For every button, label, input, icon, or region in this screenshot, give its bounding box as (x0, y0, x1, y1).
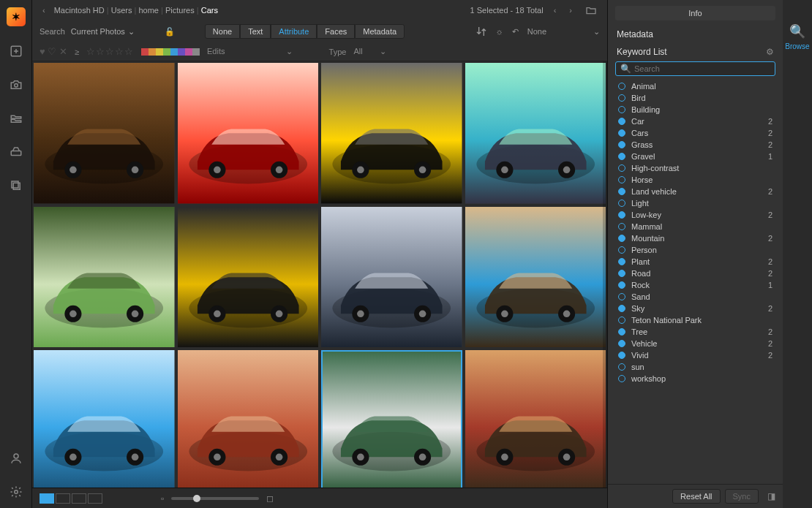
keyword-row[interactable]: Bird (615, 92, 775, 104)
thumbnail[interactable] (321, 63, 462, 204)
lock-icon[interactable]: 🔓 (161, 23, 178, 40)
keyword-row[interactable]: Vehicle2 (615, 338, 775, 349)
keyword-search-input[interactable] (634, 64, 770, 73)
rating-stars[interactable]: ☆☆☆☆☆ (86, 46, 134, 57)
flag-icons[interactable]: ♥ ♡ ✕ (40, 46, 67, 57)
keyword-row[interactable]: Building (615, 104, 775, 115)
edits-dropdown[interactable]: Edits ⌄ (207, 47, 293, 56)
folder-icon[interactable] (582, 1, 600, 19)
view-filmstrip[interactable] (56, 493, 70, 504)
thumbnail[interactable] (465, 350, 606, 488)
keyword-row[interactable]: Mountain2 (615, 232, 775, 244)
keyword-row[interactable]: Sand (615, 291, 775, 303)
gear-icon[interactable]: ⚙ (766, 47, 774, 57)
keyword-row[interactable]: Low-key2 (615, 209, 775, 221)
thumbnail[interactable] (178, 207, 319, 348)
keyword-row[interactable]: Tree2 (615, 326, 775, 338)
keyword-dot-icon (618, 281, 625, 289)
keyword-row[interactable]: High-contrast (615, 162, 775, 174)
keyword-row[interactable]: Grass2 (615, 139, 775, 151)
keyword-label: Animal (631, 82, 656, 91)
prev-button[interactable]: ‹ (551, 6, 560, 15)
keyword-count: 2 (768, 351, 772, 360)
keyword-row[interactable]: Vivid2 (615, 349, 775, 361)
breadcrumb-item[interactable]: home (138, 6, 159, 15)
add-button[interactable] (7, 42, 25, 60)
reset-all-button[interactable]: Reset All (672, 489, 720, 504)
keyword-row[interactable]: Land vehicle2 (615, 186, 775, 197)
zoom-out-icon[interactable]: ▫ (161, 493, 164, 504)
keyword-dot-icon (618, 211, 625, 219)
view-compare[interactable] (88, 493, 102, 504)
keyword-row[interactable]: Cars2 (615, 127, 775, 139)
view-loupe[interactable] (72, 493, 86, 504)
camera-icon[interactable] (7, 76, 25, 94)
keyword-label: Person (631, 246, 657, 254)
browse-label[interactable]: Browse (785, 42, 809, 50)
thumbnail[interactable] (465, 207, 606, 348)
keyword-dot-icon (618, 246, 625, 254)
panel-toggle-icon[interactable]: ◨ (767, 491, 775, 501)
settings-icon[interactable] (7, 483, 25, 501)
undo-icon[interactable]: ↶ (512, 27, 519, 37)
search-scope-dropdown[interactable]: Current Photos ⌄ (71, 27, 135, 37)
browse-icon[interactable]: 🔍 (789, 23, 805, 39)
type-dropdown[interactable]: All ⌄ (353, 47, 386, 56)
keyword-search[interactable]: 🔍 (615, 61, 775, 76)
view-grid[interactable] (40, 493, 54, 504)
breadcrumb-item[interactable]: Pictures (165, 6, 195, 15)
sort-icon[interactable] (475, 26, 487, 37)
back-button[interactable]: ‹ (40, 6, 48, 15)
filter-pill-metadata[interactable]: Metadata (355, 24, 405, 39)
next-button[interactable]: › (566, 6, 575, 15)
keyword-row[interactable]: Horse (615, 174, 775, 186)
svg-point-14 (132, 166, 139, 173)
filter-pill-none[interactable]: None (205, 24, 240, 39)
breadcrumb-item[interactable]: Macintosh HD (54, 6, 105, 15)
thumbnail[interactable] (34, 207, 175, 348)
breadcrumb-item[interactable]: Cars (201, 6, 218, 15)
info-tab-button[interactable]: Info (615, 6, 775, 20)
thumbnail[interactable] (178, 350, 319, 488)
breadcrumb-item[interactable]: Users (111, 6, 132, 15)
keyword-row[interactable]: Sky2 (615, 303, 775, 314)
thumbnail[interactable] (34, 350, 175, 488)
keyword-row[interactable]: workshop (615, 373, 775, 384)
zoom-in-icon[interactable]: ◻ (266, 493, 274, 504)
thumbnail[interactable] (321, 207, 462, 348)
thumbnail[interactable] (178, 63, 319, 204)
filter-pill-faces[interactable]: Faces (317, 24, 355, 39)
metadata-section-title[interactable]: Metadata (608, 25, 783, 44)
keyword-row[interactable]: Person (615, 244, 775, 256)
keyword-row[interactable]: Road2 (615, 268, 775, 279)
thumbnail-size-slider[interactable] (171, 497, 259, 500)
thumbnail[interactable] (34, 63, 175, 204)
drive-icon[interactable] (7, 143, 25, 161)
svg-point-55 (501, 310, 508, 317)
keyword-row[interactable]: Mammal (615, 221, 775, 232)
keyword-row[interactable]: Light (615, 197, 775, 209)
user-icon[interactable] (7, 450, 25, 467)
folder-tree-icon[interactable] (7, 110, 25, 127)
sync-button[interactable]: Sync (725, 489, 759, 504)
svg-point-25 (357, 166, 364, 173)
keyword-row[interactable]: sun (615, 361, 775, 373)
keyword-row[interactable]: Animal (615, 80, 775, 92)
keyword-row[interactable]: Plant2 (615, 256, 775, 268)
keyword-row[interactable]: Rock1 (615, 279, 775, 291)
keyword-row[interactable]: Gravel1 (615, 151, 775, 162)
svg-point-37 (69, 310, 77, 317)
brightness-icon[interactable]: ☼ (496, 27, 503, 36)
stacks-icon[interactable] (7, 177, 25, 194)
sort-dropdown[interactable]: None ⌄ (527, 27, 600, 37)
compare-icon[interactable]: ≥ (75, 48, 79, 56)
filter-pill-attribute[interactable]: Attribute (271, 24, 317, 39)
thumbnail[interactable] (465, 63, 606, 204)
filter-pill-text[interactable]: Text (240, 24, 271, 39)
svg-point-56 (563, 310, 570, 317)
keyword-row[interactable]: Teton National Park (615, 314, 775, 326)
color-labels[interactable] (141, 48, 200, 56)
breadcrumb-bar: ‹ Macintosh HD | Users | home | Pictures… (32, 0, 607, 20)
thumbnail[interactable] (321, 350, 462, 488)
keyword-row[interactable]: Car2 (615, 115, 775, 127)
